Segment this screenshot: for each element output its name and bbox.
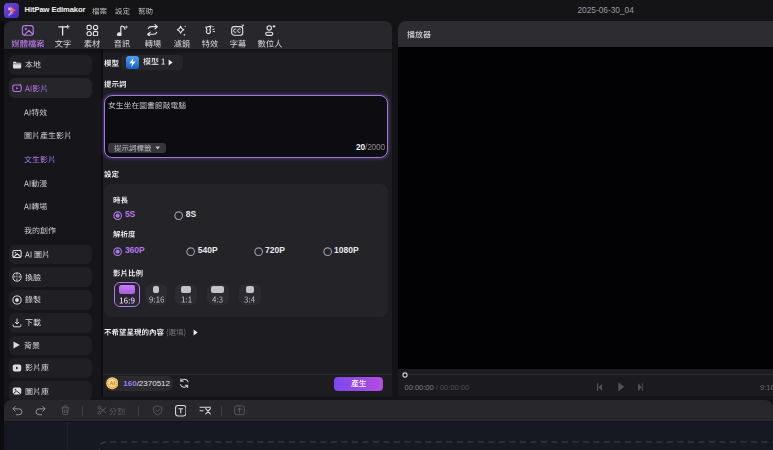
svg-text:AI: AI	[109, 380, 115, 386]
